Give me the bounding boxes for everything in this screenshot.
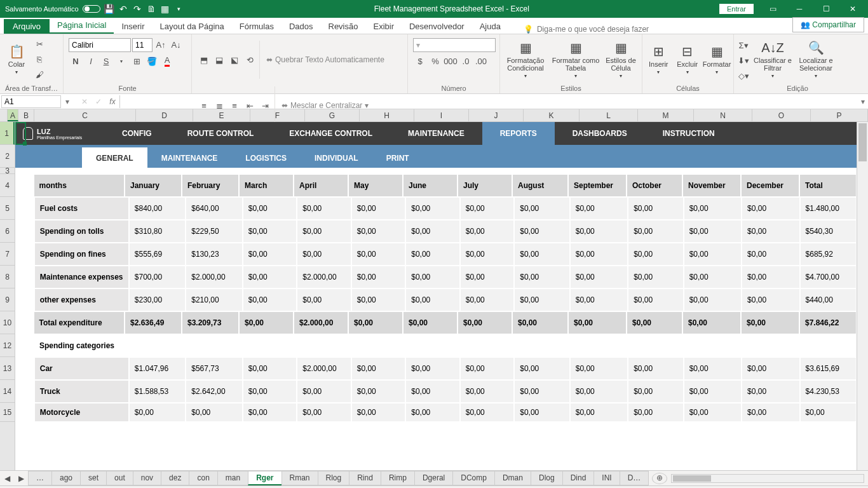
compartilhar-button[interactable]: 👥 Compartilhar <box>792 17 864 32</box>
value-cell[interactable]: $0,00 <box>742 197 799 220</box>
tab-nav-prev-icon[interactable]: ◀ <box>0 474 14 483</box>
align-top-icon[interactable]: ⬒ <box>197 53 211 66</box>
row-head-3[interactable]: 3 <box>0 168 15 174</box>
formula-expand-icon[interactable]: ▾ <box>858 97 868 106</box>
value-cell[interactable]: $567,73 <box>186 357 242 380</box>
value-cell[interactable]: $0,00 <box>514 243 569 266</box>
value-cell[interactable]: $230,00 <box>129 288 186 311</box>
maximize-icon[interactable]: ☐ <box>813 0 839 18</box>
bold-icon[interactable]: N <box>69 55 83 67</box>
value-cell[interactable]: $0,00 <box>460 266 515 288</box>
value-cell[interactable]: $700,00 <box>129 266 186 288</box>
col-head-F[interactable]: F <box>250 109 305 121</box>
value-cell[interactable]: $4.700,00 <box>800 266 857 288</box>
value-cell[interactable]: $0,00 <box>297 288 351 311</box>
tab-desenvolvedor[interactable]: Desenvolvedor <box>402 19 472 34</box>
value-cell[interactable]: $0,00 <box>351 288 406 311</box>
align-middle-icon[interactable]: ⬓ <box>212 53 226 66</box>
value-cell[interactable]: $0,00 <box>514 403 569 422</box>
nav-item-reports[interactable]: REPORTS <box>482 122 555 145</box>
value-cell[interactable]: $0,00 <box>742 220 799 243</box>
sheet-tab[interactable]: DComp <box>452 471 495 485</box>
vertical-scrollbar[interactable] <box>857 122 868 470</box>
row-head-14[interactable]: 14 <box>0 380 15 403</box>
tab-nav-next-icon[interactable]: ▶ <box>14 474 28 483</box>
value-cell[interactable]: $0,00 <box>628 243 683 266</box>
value-cell[interactable]: $0,00 <box>460 243 515 266</box>
value-cell[interactable]: $0,00 <box>742 357 799 380</box>
percent-icon[interactable]: % <box>428 55 442 67</box>
sheet-tab[interactable]: ago <box>51 471 81 485</box>
value-cell[interactable]: $4.230,53 <box>800 380 857 403</box>
row-head-13[interactable]: 13 <box>0 357 15 380</box>
name-box[interactable]: A1 <box>1 95 61 108</box>
value-cell[interactable]: $130,23 <box>186 243 242 266</box>
value-cell[interactable]: $0,00 <box>460 288 515 311</box>
currency-icon[interactable]: $ <box>413 55 427 67</box>
row-head-12[interactable]: 12 <box>0 334 15 357</box>
col-head-P[interactable]: P <box>811 109 868 121</box>
value-cell[interactable]: $0,00 <box>742 266 799 288</box>
sheet-tab[interactable]: nov <box>133 471 161 485</box>
decrease-font-icon[interactable]: A↓ <box>169 38 183 51</box>
row-head-1[interactable]: 1 <box>0 122 15 145</box>
tab-dados[interactable]: Dados <box>281 19 321 34</box>
undo-icon[interactable]: ↶ <box>118 4 128 14</box>
sheet-tab[interactable]: Rind <box>349 471 381 485</box>
estilos-celula-button[interactable]: ▦Estilos de Célula▾ <box>603 37 639 82</box>
value-cell[interactable]: $0,00 <box>514 266 569 288</box>
nav-item-dashboards[interactable]: DASHBOARDS <box>555 122 645 145</box>
borders-icon[interactable]: ⊞ <box>130 55 144 67</box>
inserir-button[interactable]: ⊞Inserir▾ <box>645 37 672 82</box>
chevron-down-icon[interactable]: ▾ <box>114 55 128 67</box>
font-name-combo[interactable]: Calibri <box>69 38 131 52</box>
col-head-H[interactable]: H <box>360 109 414 121</box>
fill-color-icon[interactable]: 🪣 <box>145 55 159 67</box>
tab-exibir[interactable]: Exibir <box>365 19 402 34</box>
qat-dropdown-icon[interactable]: ▾ <box>174 4 184 14</box>
value-cell[interactable]: $0,00 <box>514 197 569 220</box>
value-cell[interactable]: $0,00 <box>570 220 628 243</box>
ribbon-options-icon[interactable]: ▭ <box>760 0 785 18</box>
sheet-tab[interactable]: Dlog <box>531 471 563 485</box>
sheet-tab[interactable]: Rimp <box>381 471 415 485</box>
font-color-icon[interactable]: A <box>160 55 174 67</box>
value-cell[interactable]: $0,00 <box>570 403 628 422</box>
formatacao-condicional-button[interactable]: ▦Formatação Condicional▾ <box>503 37 548 82</box>
italic-icon[interactable]: I <box>84 55 98 67</box>
value-cell[interactable]: $0,00 <box>514 380 569 403</box>
close-icon[interactable]: ✕ <box>840 0 865 18</box>
value-cell[interactable]: $0,00 <box>570 357 628 380</box>
value-cell[interactable]: $0,00 <box>351 197 406 220</box>
tab-ajuda[interactable]: Ajuda <box>472 19 508 34</box>
value-cell[interactable]: $0,00 <box>570 266 628 288</box>
tell-me-search[interactable]: 💡 Diga-me o que você deseja fazer <box>508 25 792 34</box>
sheet-tab[interactable]: dez <box>161 471 189 485</box>
value-cell[interactable]: $0,00 <box>351 266 406 288</box>
col-head-I[interactable]: I <box>414 109 469 121</box>
value-cell[interactable]: $0,00 <box>243 357 297 380</box>
col-head-D[interactable]: D <box>136 109 193 121</box>
value-cell[interactable]: $0,00 <box>351 380 406 403</box>
nav-item-config[interactable]: CONFIG <box>104 122 170 145</box>
value-cell[interactable]: $0,00 <box>628 197 683 220</box>
value-cell[interactable]: $3.615,69 <box>800 357 857 380</box>
value-cell[interactable]: $0,00 <box>628 403 683 422</box>
sheet-tab[interactable]: con <box>189 471 217 485</box>
sheet-tab[interactable]: man <box>217 471 248 485</box>
signin-button[interactable]: Entrar <box>719 4 754 14</box>
row-head-2[interactable]: 2 <box>0 145 15 168</box>
row-head-8[interactable]: 8 <box>0 266 15 288</box>
value-cell[interactable]: $0,00 <box>405 380 460 403</box>
value-cell[interactable]: $0,00 <box>628 288 683 311</box>
name-box-dropdown-icon[interactable]: ▾ <box>62 97 72 106</box>
value-cell[interactable]: $0,00 <box>514 288 569 311</box>
value-cell[interactable]: $0,00 <box>129 403 186 422</box>
value-cell[interactable]: $0,00 <box>684 197 742 220</box>
col-head-J[interactable]: J <box>469 109 524 121</box>
value-cell[interactable]: $0,00 <box>684 288 742 311</box>
value-cell[interactable]: $0,00 <box>684 380 742 403</box>
tab-layout[interactable]: Layout da Página <box>153 19 232 34</box>
format-painter-icon[interactable]: 🖌 <box>32 69 46 81</box>
decrease-decimal-icon[interactable]: .00 <box>474 55 488 67</box>
